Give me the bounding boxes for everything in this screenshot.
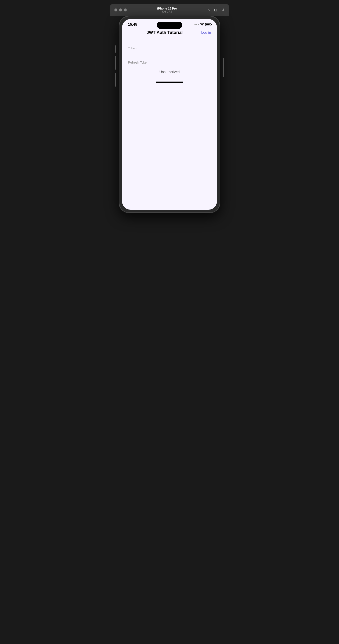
traffic-light-minimize[interactable]: [119, 8, 122, 12]
status-bar: 15:45: [122, 19, 217, 28]
rotate-icon[interactable]: ↺: [222, 8, 224, 12]
simulator-wrapper: iPhone 15 Pro iOS 17.5 ⌂ ⊡ ↺ 15:45: [110, 4, 229, 213]
simulator-toolbar: iPhone 15 Pro iOS 17.5 ⌂ ⊡ ↺: [110, 4, 229, 16]
login-button[interactable]: Log in: [201, 30, 211, 35]
home-bar: [156, 82, 183, 82]
signal-dot-1: [194, 24, 196, 25]
phone-frame: 15:45: [119, 16, 220, 213]
battery-fill: [206, 24, 210, 26]
status-time: 15:45: [128, 22, 137, 27]
home-icon[interactable]: ⌂: [208, 8, 210, 12]
nav-title: JWT Auth Tutorial: [146, 30, 183, 35]
dynamic-island: [157, 22, 182, 29]
traffic-lights: [114, 8, 127, 12]
toolbar-right: ⌂ ⊡ ↺: [208, 8, 224, 12]
status-text: Unauthorized: [128, 70, 211, 74]
device-os: iOS 17.5: [157, 10, 177, 13]
signal-dot-3: [198, 24, 199, 25]
status-icons: [194, 23, 211, 26]
toolbar-title: iPhone 15 Pro iOS 17.5: [157, 7, 177, 13]
token-field-group: – Token: [128, 42, 211, 50]
screenshot-icon[interactable]: ⊡: [214, 8, 217, 12]
traffic-light-close[interactable]: [114, 8, 118, 12]
phone-screen: 15:45: [122, 19, 217, 210]
traffic-light-maximize[interactable]: [124, 8, 127, 12]
navigation-bar: JWT Auth Tutorial Log in: [122, 28, 217, 38]
power-button[interactable]: [223, 58, 224, 77]
refresh-token-label: Refresh Token: [128, 60, 211, 64]
refresh-token-dash: –: [128, 56, 211, 60]
device-name: iPhone 15 Pro: [157, 7, 177, 10]
volume-down-button[interactable]: [115, 73, 116, 87]
refresh-token-field-group: – Refresh Token: [128, 56, 211, 64]
mute-button[interactable]: [115, 45, 116, 53]
signal-dot-2: [196, 24, 197, 25]
token-label: Token: [128, 46, 211, 50]
signal-dots: [194, 24, 199, 25]
battery-icon: [205, 23, 211, 26]
content-area: – Token – Refresh Token Unauthorized: [122, 38, 217, 77]
token-dash: –: [128, 42, 211, 46]
home-indicator: [122, 77, 217, 85]
phone-outer: 15:45: [119, 16, 220, 213]
volume-up-button[interactable]: [115, 56, 116, 70]
wifi-icon: [200, 23, 204, 26]
toolbar-left: [114, 8, 127, 12]
